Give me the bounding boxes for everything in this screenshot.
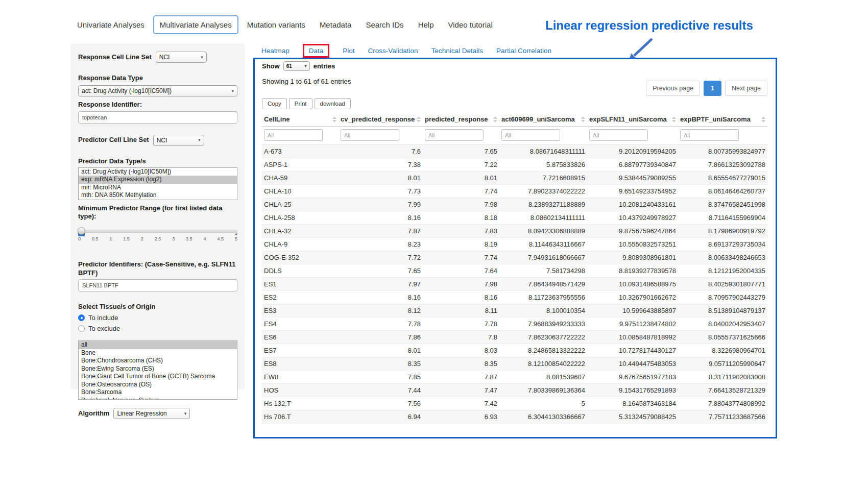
- table-row[interactable]: CHLA-98.238.198.1144634311666710.5550832…: [262, 238, 767, 251]
- cell-value: 5.31324579088425: [587, 410, 678, 424]
- column-header-cv-predicted-response[interactable]: cv_predicted_response: [339, 112, 423, 127]
- table-row[interactable]: ES47.787.787.968839492333339.97511238474…: [262, 318, 767, 331]
- cell-value: 6.93: [423, 410, 499, 424]
- column-label: predicted_response: [425, 115, 488, 123]
- cell-value: 7.98: [423, 278, 499, 291]
- table-row[interactable]: ES88.358.358.1210085402222210.4494475483…: [262, 357, 767, 371]
- table-row[interactable]: COG-E-3527.727.747.949316180666679.80893…: [262, 251, 767, 264]
- table-row[interactable]: CHLA-257.997.988.2389327118888910.208124…: [262, 198, 767, 211]
- table-row[interactable]: ES17.977.987.8643494857142910.0931486588…: [262, 278, 767, 291]
- table-row[interactable]: ES38.128.118.10001035410.5996438858978.5…: [262, 304, 767, 318]
- tab-cross-validation[interactable]: Cross-Validation: [368, 47, 418, 55]
- column-header-predicted-response[interactable]: predicted_response: [423, 112, 499, 127]
- filter-input-act609699-unisarcoma[interactable]: [501, 129, 560, 141]
- copy-button[interactable]: Copy: [262, 98, 287, 109]
- nav-item-multivariate-analyses[interactable]: Multivariate Analyses: [153, 15, 238, 34]
- response-data-type-select[interactable]: act: Drug Activity (-log10[IC50M]) ▾: [78, 85, 237, 96]
- algorithm-select[interactable]: Linear Regression ▾: [113, 408, 190, 419]
- tab-partial-correlation[interactable]: Partial Correlation: [496, 47, 551, 55]
- listbox-option-bone-giant-cell-tumor-of-bone-gctb-sarcoma[interactable]: Bone:Giant Cell Tumor of Bone (GCTB) Sar…: [79, 373, 237, 381]
- table-row[interactable]: EW87.857.878.0815396079.676756519771838.…: [262, 371, 767, 384]
- filter-input-predicted-response[interactable]: [425, 129, 484, 141]
- table-row[interactable]: DDLS7.657.647.5817342988.819392778395788…: [262, 264, 767, 278]
- table-row[interactable]: A-6737.67.658.086716483111119.2012091959…: [262, 145, 767, 158]
- next-page-button[interactable]: Next page: [725, 81, 767, 96]
- cell-value: 8.00633498246653: [678, 251, 767, 264]
- slider-tick-label: 5: [235, 236, 237, 241]
- min-predictor-range-slider[interactable]: 0 5 00.511.522.533.544.55: [78, 230, 237, 256]
- nav-item-search-ids[interactable]: Search IDs: [360, 16, 409, 33]
- predictor-identifiers-input[interactable]: [78, 279, 237, 291]
- table-row[interactable]: HOS7.447.477.803398691363649.15431765291…: [262, 384, 767, 397]
- entries-select[interactable]: 61 ▾: [283, 61, 310, 71]
- nav-item-metadata[interactable]: Metadata: [314, 16, 357, 33]
- table-row[interactable]: Hs 706.T6.946.936.304413033666675.313245…: [262, 410, 767, 424]
- predictor-data-types-listbox[interactable]: act: Drug Activity (-log10[IC50M])exp: m…: [78, 167, 237, 200]
- filter-input-cellline[interactable]: [264, 129, 323, 141]
- table-row[interactable]: CHLA-107.737.747.890233740222229.6514923…: [262, 185, 767, 198]
- previous-page-button[interactable]: Previous page: [646, 81, 700, 96]
- cell-value: 9.8089308961801: [587, 251, 678, 264]
- tab-heatmap[interactable]: Heatmap: [261, 47, 290, 55]
- cell-value: 8.01: [339, 344, 423, 357]
- slider-track[interactable]: [78, 230, 237, 233]
- sort-asc-icon: [581, 116, 585, 119]
- cell-value: 8.81939277839578: [587, 264, 678, 278]
- column-header-expbptf-unisarcoma[interactable]: expBPTF_uniSarcoma: [678, 112, 767, 127]
- print-button[interactable]: Print: [289, 98, 312, 109]
- filter-input-expbptf-unisarcoma[interactable]: [680, 129, 739, 141]
- filter-input-expslfn11-unisarcoma[interactable]: [589, 129, 648, 141]
- column-label: expBPTF_uniSarcoma: [680, 115, 751, 123]
- listbox-option-exp-mrna-expression-log2[interactable]: exp: mRNA Expression (log2): [79, 176, 237, 184]
- nav-item-video-tutorial[interactable]: Video tutorial: [442, 16, 498, 33]
- sort-icon: [761, 116, 765, 123]
- listbox-option-mth-dna-850k-methylation[interactable]: mth: DNA 850K Methylation: [79, 191, 237, 200]
- nav-item-univariate-analyses[interactable]: Univariate Analyses: [71, 16, 150, 33]
- cell-value: 7.94931618066667: [499, 251, 587, 264]
- radio-to-exclude[interactable]: To exclude: [78, 325, 237, 332]
- algorithm-label: Algorithm: [78, 409, 109, 418]
- download-button[interactable]: download: [315, 98, 351, 109]
- listbox-option-bone-ewing-sarcoma-es[interactable]: Bone:Ewing Sarcoma (ES): [79, 365, 237, 373]
- table-row[interactable]: CHLA-327.877.838.094233068888899.8756759…: [262, 225, 767, 238]
- filter-input-cv-predicted-response[interactable]: [341, 129, 399, 141]
- filter-cell: [587, 127, 678, 145]
- table-row[interactable]: CHA-598.018.017.72166089159.538445790892…: [262, 172, 767, 185]
- listbox-option-act-drug-activity-log10-ic50m[interactable]: act: Drug Activity (-log10[IC50M]): [79, 168, 237, 176]
- column-header-cellline[interactable]: CellLine: [262, 112, 339, 127]
- radio-to-include[interactable]: To include: [78, 314, 237, 322]
- header-row: CellLinecv_predicted_responsepredicted_r…: [262, 112, 767, 127]
- cell-line: EW8: [262, 371, 339, 384]
- cell-value: 7.73: [339, 185, 423, 198]
- cell-value: 8.37476582451998: [678, 198, 767, 211]
- listbox-option-mir-microrna[interactable]: mir: MicroRNA: [79, 184, 237, 192]
- current-page-button[interactable]: 1: [704, 81, 721, 96]
- table-row[interactable]: ES28.168.168.1172363795555610.3267901662…: [262, 291, 767, 304]
- tab-technical-details[interactable]: Technical Details: [431, 47, 483, 55]
- cell-value: 8.35: [423, 357, 499, 371]
- listbox-option-bone-osteosarcoma-os[interactable]: Bone:Osteosarcoma (OS): [79, 381, 237, 389]
- nav-item-mutation-variants[interactable]: Mutation variants: [242, 16, 311, 33]
- listbox-option-bone-sarcoma[interactable]: Bone:Sarcoma: [79, 388, 237, 397]
- nav-item-help[interactable]: Help: [413, 16, 440, 33]
- tab-plot[interactable]: Plot: [343, 47, 354, 55]
- table-row[interactable]: ASPS-17.387.225.8758338266.8879773934084…: [262, 158, 767, 172]
- listbox-option-bone-chondrosarcoma-chs[interactable]: Bone:Chondrosarcoma (CHS): [79, 357, 237, 365]
- column-header-act609699-unisarcoma[interactable]: act609699_uniSarcoma: [499, 112, 587, 127]
- response-identifier-input[interactable]: [78, 111, 237, 124]
- cell-value: 8.71164155969904: [678, 211, 767, 225]
- cell-line: HOS: [262, 384, 339, 397]
- table-row[interactable]: CHLA-2588.168.188.0860213411111110.43792…: [262, 211, 767, 225]
- tissue-listbox[interactable]: allBoneBone:Chondrosarcoma (CHS)Bone:Ewi…: [78, 340, 237, 400]
- listbox-option-bone[interactable]: Bone: [79, 349, 237, 357]
- tab-data[interactable]: Data: [303, 44, 330, 58]
- listbox-option-all[interactable]: all: [79, 341, 237, 349]
- response-cell-line-set-select[interactable]: NCI ▾: [156, 52, 207, 63]
- cell-value: 8.12100854022222: [499, 357, 587, 371]
- table-row[interactable]: Hs 132.T7.567.4258.16458734631847.880437…: [262, 397, 767, 410]
- column-header-expslfn11-unisarcoma[interactable]: expSLFN11_uniSarcoma: [587, 112, 678, 127]
- table-row[interactable]: ES67.867.87.8623063772222210.08584878189…: [262, 331, 767, 344]
- predictor-cell-line-set-select[interactable]: NCI ▾: [153, 135, 204, 146]
- cell-value: 6.30441303366667: [499, 410, 587, 424]
- table-row[interactable]: ES78.018.038.2486581332222210.7278174430…: [262, 344, 767, 357]
